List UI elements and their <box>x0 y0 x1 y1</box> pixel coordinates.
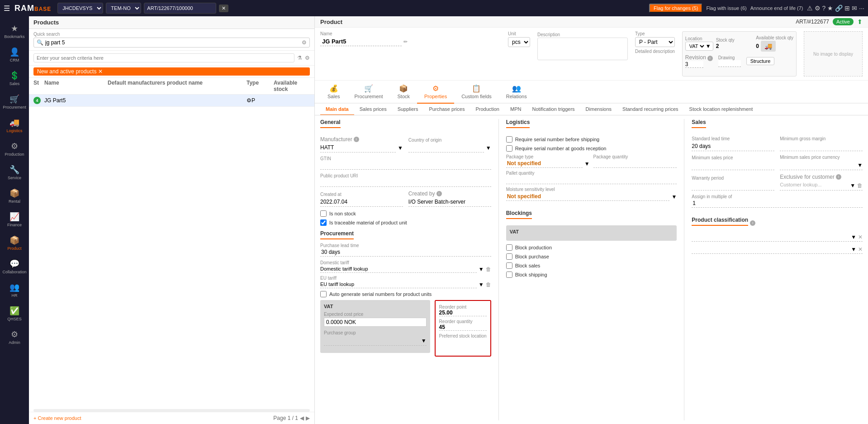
serial-reception-checkbox[interactable] <box>506 145 512 152</box>
search-criteria-input[interactable] <box>33 53 294 62</box>
company-select[interactable]: JHCDEVSYS <box>57 3 103 14</box>
subtab-notification-triggers[interactable]: Notification triggers <box>526 104 580 115</box>
tab-relations[interactable]: 👥 Relations <box>499 81 534 104</box>
serial-shipping-checkbox[interactable] <box>506 136 512 143</box>
flag-issue-button[interactable]: Flag with issue (6) <box>706 5 746 11</box>
sidebar-item-admin[interactable]: ⚙ Admin <box>0 326 29 348</box>
grid-apps-icon[interactable]: ⊞ <box>844 5 850 12</box>
sidebar-item-product[interactable]: 📦 Product <box>0 232 29 254</box>
pagination-prev[interactable]: ◀ <box>300 415 304 421</box>
description-label: Description <box>537 32 560 37</box>
quick-search-input[interactable] <box>45 39 302 46</box>
sidebar-item-crm[interactable]: 👤 CRM <box>0 43 29 66</box>
location-select[interactable]: VAT <box>688 43 706 49</box>
help-icon[interactable]: ? <box>822 5 826 12</box>
subtab-production[interactable]: Production <box>470 104 505 115</box>
warning-icon[interactable]: ⚠ <box>807 5 813 12</box>
block-sales-checkbox[interactable] <box>506 262 512 269</box>
auto-serial-checkbox[interactable] <box>320 291 327 297</box>
traceable-checkbox[interactable] <box>320 219 327 226</box>
name-edit-icon[interactable]: ✏ <box>403 39 408 45</box>
classification-delete-1[interactable]: ✕ <box>858 234 863 240</box>
table-row[interactable]: 4 JG Part5 ⚙P <box>29 95 314 107</box>
mail-icon[interactable]: ✉ <box>852 5 857 12</box>
revision-input[interactable] <box>685 61 703 68</box>
table-header: St Name Default manufacturers product na… <box>29 78 314 95</box>
name-input[interactable] <box>320 37 402 46</box>
filter-gear-icon[interactable]: ⚙ <box>305 55 310 61</box>
subtab-purchase-prices[interactable]: Purchase prices <box>424 104 470 115</box>
structure-button[interactable]: Structure <box>746 57 775 65</box>
subtab-dimensions[interactable]: Dimensions <box>580 104 617 115</box>
filter-funnel-icon[interactable]: ⚗ <box>297 55 302 61</box>
sidebar-label-rental: Rental <box>9 199 20 204</box>
block-purchase-checkbox[interactable] <box>506 253 512 260</box>
sidebar-item-rental[interactable]: 📦 Rental <box>0 185 29 207</box>
tab-custom-fields[interactable]: 📋 Custom fields <box>454 81 499 104</box>
bookmark-star-icon[interactable]: ★ <box>827 5 833 12</box>
tab-properties[interactable]: ⚙ Properties <box>417 81 454 104</box>
path-input[interactable] <box>144 3 216 14</box>
tab-sales-icon: 💰 <box>329 84 338 93</box>
domestic-tariff-delete-icon[interactable]: 🗑 <box>486 266 491 272</box>
upload-icon[interactable]: ⬆ <box>857 18 863 25</box>
announce-eof-button[interactable]: Announce end of life (7) <box>750 5 803 11</box>
sidebar-item-hr[interactable]: 👥 HR <box>0 279 29 301</box>
subtab-standard-recurring[interactable]: Standard recurring prices <box>617 104 684 115</box>
min-gross-group: Minimum gross margin <box>780 136 863 151</box>
sidebar-label-collaboration: Collaboration <box>2 270 26 274</box>
path-close-button[interactable]: ✕ <box>219 5 228 12</box>
sidebar-item-collaboration[interactable]: 💬 Collaboration <box>0 255 29 278</box>
subtab-sales-prices[interactable]: Sales prices <box>354 104 392 115</box>
classification-info-icon[interactable]: i <box>750 220 755 226</box>
filter-tag-close[interactable]: ✕ <box>98 68 103 75</box>
tab-stock[interactable]: 📦 Stock <box>390 81 417 104</box>
pagination-next[interactable]: ▶ <box>306 415 310 421</box>
exclusive-delete-icon[interactable]: 🗑 <box>857 182 863 189</box>
sidebar-item-logistics[interactable]: 🚚 Logistics <box>0 114 29 137</box>
filter-settings-icon[interactable]: ⚙ <box>302 39 307 46</box>
unit-field: Unit pcs <box>508 31 530 76</box>
sidebar-item-production[interactable]: ⚙ Production <box>0 138 29 160</box>
stock-qty-label: Stock qty <box>716 38 735 43</box>
sidebar-item-finance[interactable]: 📈 Finance <box>0 208 29 231</box>
general-section: General Manufacturer i HATT ▼ <box>320 119 499 420</box>
exclusive-info-icon[interactable]: i <box>836 174 841 180</box>
sidebar-item-sales[interactable]: 💲 Sales <box>0 67 29 90</box>
name-label: Name <box>320 31 501 36</box>
eu-tariff-delete-icon[interactable]: 🗑 <box>486 281 491 288</box>
revision-info-icon[interactable]: i <box>707 56 713 61</box>
drawing-input[interactable] <box>718 60 741 67</box>
subtab-suppliers[interactable]: Suppliers <box>392 104 424 115</box>
tab-procurement[interactable]: 🛒 Procurement <box>347 81 390 104</box>
create-product-button[interactable]: + Create new product <box>33 415 81 421</box>
type-select[interactable]: P - Part <box>635 37 675 47</box>
description-input[interactable] <box>537 38 628 60</box>
subtab-main-data[interactable]: Main data <box>320 104 354 115</box>
created-by-info-icon[interactable]: i <box>436 191 442 196</box>
unit-select[interactable]: pcs <box>508 37 530 47</box>
country-value-row: ▼ <box>408 143 491 152</box>
sidebar-label-hr: HR <box>12 293 18 298</box>
manufacturer-info-icon[interactable]: i <box>354 137 359 142</box>
purchase-group-dropdown: ▼ <box>421 338 427 344</box>
truck-button[interactable]: 🚚 <box>761 41 776 52</box>
subtab-stock-replenishment[interactable]: Stock location replenishment <box>684 104 759 115</box>
classification-delete-2[interactable]: ✕ <box>858 246 863 252</box>
share-link-icon[interactable]: 🔗 <box>835 5 843 12</box>
block-shipping-checkbox[interactable] <box>506 272 512 278</box>
sidebar-item-service[interactable]: 🔧 Service <box>0 161 29 184</box>
settings-icon[interactable]: ⚙ <box>815 5 821 12</box>
tab-sales[interactable]: 💰 Sales <box>320 81 347 104</box>
sidebar-item-procurement[interactable]: 🛒 Procurement <box>0 91 29 113</box>
menu-icon[interactable]: ☰ <box>4 4 10 13</box>
lang-select[interactable]: TEM-NO <box>106 3 141 14</box>
flag-changes-button[interactable]: Flag for changes (5) <box>649 4 702 13</box>
subtab-mpn[interactable]: MPN <box>505 104 526 115</box>
sidebar-item-bookmarks[interactable]: ★ Bookmarks <box>0 20 29 43</box>
sidebar-item-qhses[interactable]: ✅ QHSES <box>0 302 29 325</box>
more-icon[interactable]: ··· <box>859 5 864 12</box>
active-badge: Active <box>833 18 854 25</box>
non-stock-checkbox[interactable] <box>320 210 327 217</box>
block-production-checkbox[interactable] <box>506 244 512 251</box>
